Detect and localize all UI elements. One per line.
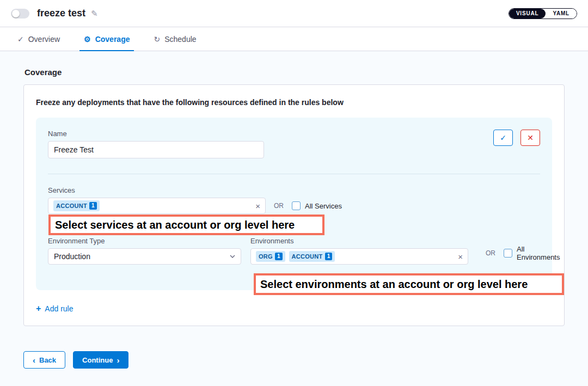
service-tag-account[interactable]: ACCOUNT 1 <box>53 200 100 211</box>
visual-view-button[interactable]: VISUAL <box>509 9 546 19</box>
tab-coverage-label: Coverage <box>95 35 130 44</box>
all-services-label: All Services <box>305 202 342 210</box>
all-environments-checkbox[interactable] <box>504 249 512 258</box>
or-label: OR <box>486 249 495 257</box>
continue-button[interactable]: Continue › <box>73 351 128 369</box>
page-title: freeze test <box>37 8 85 19</box>
tab-overview-label: Overview <box>28 35 60 44</box>
tag-label: ACCOUNT <box>56 203 87 209</box>
add-rule-label: Add rule <box>45 304 73 313</box>
card-heading: Freeze any deployments that have the fol… <box>36 98 552 107</box>
name-label: Name <box>48 130 264 138</box>
tag-count-badge: 1 <box>325 253 333 260</box>
environments-label: Environments <box>250 237 468 245</box>
chevron-down-icon <box>230 255 235 258</box>
continue-label: Continue <box>82 356 113 364</box>
or-label: OR <box>274 202 284 210</box>
section-title: Coverage <box>24 68 565 77</box>
back-button[interactable]: ‹ Back <box>23 351 65 369</box>
studio-tabs: ✓ Overview ⚙ Coverage ↻ Schedule <box>0 27 588 51</box>
environment-tag-account[interactable]: ACCOUNT 1 <box>289 251 335 262</box>
clear-environments-icon[interactable]: × <box>458 253 463 261</box>
freeze-studio-page: freeze test ✎ VISUAL YAML ✓ Overview ⚙ C… <box>0 0 588 386</box>
rule-name-input[interactable] <box>48 141 264 158</box>
coverage-card: Freeze any deployments that have the fol… <box>23 84 565 326</box>
visual-yaml-toggle: VISUAL YAML <box>509 8 577 19</box>
coverage-content: Coverage Freeze any deployments that hav… <box>0 51 588 386</box>
services-multiselect[interactable]: ACCOUNT 1 × <box>48 198 266 214</box>
rule-editor-panel: Name ✓ ✕ Services <box>36 118 552 290</box>
tab-coverage[interactable]: ⚙ Coverage <box>84 27 130 51</box>
tag-count-badge: 1 <box>275 253 283 260</box>
chevron-right-icon: › <box>117 356 119 364</box>
environment-type-value: Production <box>54 252 90 261</box>
add-rule-button[interactable]: + Add rule <box>36 304 74 313</box>
environments-annotation: Select environments at an account or org… <box>254 273 564 295</box>
all-environments-label: All Environments <box>517 245 560 261</box>
environments-multiselect[interactable]: ORG 1 ACCOUNT 1 × <box>250 248 468 265</box>
tab-schedule[interactable]: ↻ Schedule <box>154 27 196 51</box>
all-services-checkbox[interactable] <box>292 201 301 210</box>
tag-label: ORG <box>259 253 273 260</box>
environment-type-select[interactable]: Production <box>48 248 241 265</box>
top-bar: freeze test ✎ VISUAL YAML <box>0 0 588 27</box>
check-icon: ✓ <box>500 133 506 142</box>
toggle-knob <box>12 10 20 17</box>
edit-title-icon[interactable]: ✎ <box>91 9 98 19</box>
tab-overview[interactable]: ✓ Overview <box>17 27 60 51</box>
close-icon: ✕ <box>527 133 534 142</box>
back-label: Back <box>39 356 56 364</box>
check-icon: ✓ <box>17 35 24 43</box>
rule-divider <box>48 174 540 174</box>
environment-tag-org[interactable]: ORG 1 <box>256 251 285 262</box>
tab-schedule-label: Schedule <box>164 35 196 44</box>
footer-actions: ‹ Back Continue › <box>23 351 565 369</box>
schedule-icon: ↻ <box>154 35 160 43</box>
yaml-view-button[interactable]: YAML <box>546 9 577 19</box>
delete-rule-button[interactable]: ✕ <box>520 130 540 146</box>
clear-services-icon[interactable]: × <box>255 202 260 210</box>
gear-icon: ⚙ <box>84 35 91 43</box>
services-annotation: Select services at an account or org lev… <box>48 215 324 235</box>
chevron-left-icon: ‹ <box>33 356 35 364</box>
plus-icon: + <box>36 304 41 313</box>
tag-label: ACCOUNT <box>292 253 323 260</box>
environment-type-label: Environment Type <box>48 237 241 245</box>
freeze-enabled-toggle[interactable] <box>11 9 29 19</box>
services-label: Services <box>48 186 540 194</box>
confirm-rule-button[interactable]: ✓ <box>493 130 513 146</box>
tag-count-badge: 1 <box>89 202 97 210</box>
